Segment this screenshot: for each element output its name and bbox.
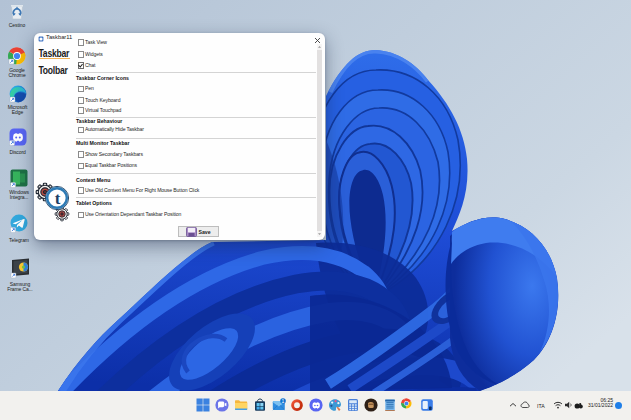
svg-text:1: 1	[282, 398, 285, 404]
svg-text:t: t	[55, 189, 61, 208]
